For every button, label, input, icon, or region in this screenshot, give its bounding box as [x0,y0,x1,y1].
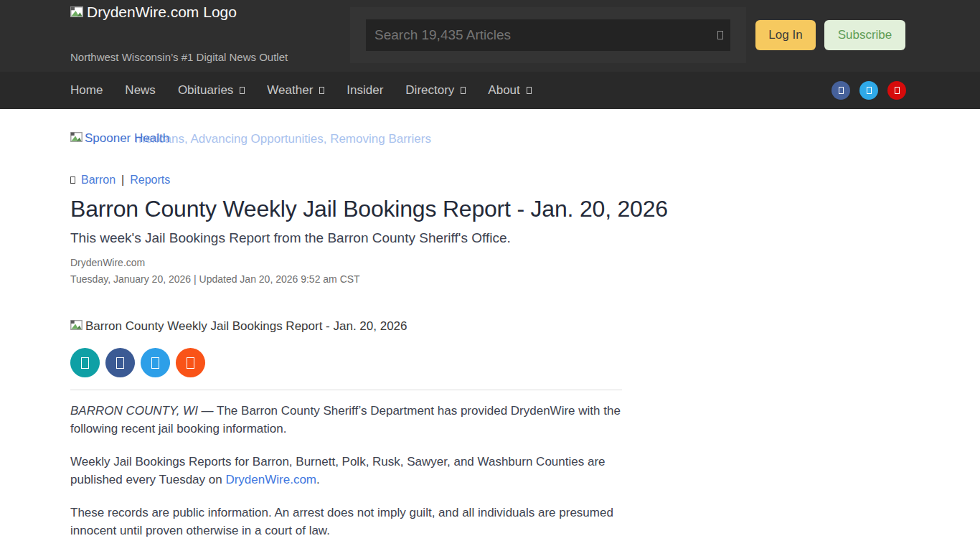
article-subtitle: This week's Jail Bookings Report from th… [70,230,980,246]
facebook-icon[interactable] [831,81,850,100]
broken-image-icon [70,4,83,21]
article-image-broken: Barron County Weekly Jail Bookings Repor… [70,319,980,334]
nav-label: Directory [405,83,454,98]
nav-item-about[interactable]: About [488,83,531,98]
page-content: mericans, Advancing Opportunities, Remov… [0,131,980,551]
paragraph-text: . [316,473,320,486]
nav-label: Weather [267,83,313,98]
banner-ad-alt-underlay: mericans, Advancing Opportunities, Remov… [135,132,431,146]
article-dateline: Tuesday, January 20, 2026 | Updated Jan … [70,273,980,285]
broken-image-icon [70,319,83,334]
article-paragraph-3: These records are public information. An… [70,504,622,540]
nav-label: Home [70,83,103,98]
article-paragraph-2: Weekly Jail Bookings Reports for Barron,… [70,453,622,489]
nav-item-directory[interactable]: Directory [405,83,466,98]
nav-label: Obituaries [178,83,233,98]
share-teal-icon[interactable] [70,348,100,377]
paragraph-lead-in: BARRON COUNTY, WI — [70,404,214,418]
nav-item-insider[interactable]: Insider [347,83,383,98]
nav-label: Insider [347,83,383,98]
main-nav: Home News Obituaries Weather Insider Dir… [0,72,980,109]
nav-item-news[interactable]: News [125,83,156,98]
dropdown-caret-icon [319,87,324,94]
article-image-alt-text: Barron County Weekly Jail Bookings Repor… [85,319,407,334]
paragraph-text: Weekly Jail Bookings Reports for Barron,… [70,455,606,486]
article-title: Barron County Weekly Jail Bookings Repor… [70,196,980,222]
site-header: DrydenWire.com Logo Northwest Wisconsin’… [0,0,980,72]
youtube-icon[interactable] [887,81,906,100]
breadcrumb-section-link[interactable]: Reports [130,174,170,187]
breadcrumb: Barron | Reports [70,174,980,187]
dropdown-caret-icon [527,87,532,94]
search-bar-container [350,7,746,63]
search-input[interactable] [366,19,730,51]
drydenwire-link[interactable]: DrydenWire.com [225,473,316,486]
login-button[interactable]: Log In [755,20,816,50]
logo-alt-text: DrydenWire.com Logo [87,4,237,21]
broken-image-icon [70,131,83,146]
twitter-icon[interactable] [859,81,878,100]
dropdown-caret-icon [461,87,466,94]
article-byline: DrydenWire.com [70,257,980,268]
banner-ad-alt-text: Spooner Health [85,131,169,146]
share-twitter-icon[interactable] [141,348,170,377]
nav-label: About [488,83,519,98]
breadcrumb-separator: | [121,174,124,187]
nav-item-obituaries[interactable]: Obituaries [178,83,245,98]
breadcrumb-category-link[interactable]: Barron [81,174,116,187]
site-tagline: Northwest Wisconsin’s #1 Digital News Ou… [70,51,288,63]
site-logo[interactable]: DrydenWire.com Logo [70,4,237,21]
article-paragraph-1: BARRON COUNTY, WI — The Barron County Sh… [70,402,622,438]
share-facebook-icon[interactable] [105,348,135,377]
banner-ad-link[interactable]: Spooner Health [70,131,169,146]
nav-item-weather[interactable]: Weather [267,83,324,98]
search-icon[interactable] [717,29,723,42]
banner-ad[interactable]: mericans, Advancing Opportunities, Remov… [70,131,573,146]
nav-label: News [125,83,156,98]
article-divider [70,390,622,390]
dropdown-caret-icon [240,87,245,94]
subscribe-button[interactable]: Subscribe [824,20,905,50]
nav-item-home[interactable]: Home [70,83,103,98]
location-pin-icon [70,176,75,184]
nav-social-links [831,81,906,100]
share-reddit-icon[interactable] [176,348,205,377]
share-buttons-row [70,348,980,377]
